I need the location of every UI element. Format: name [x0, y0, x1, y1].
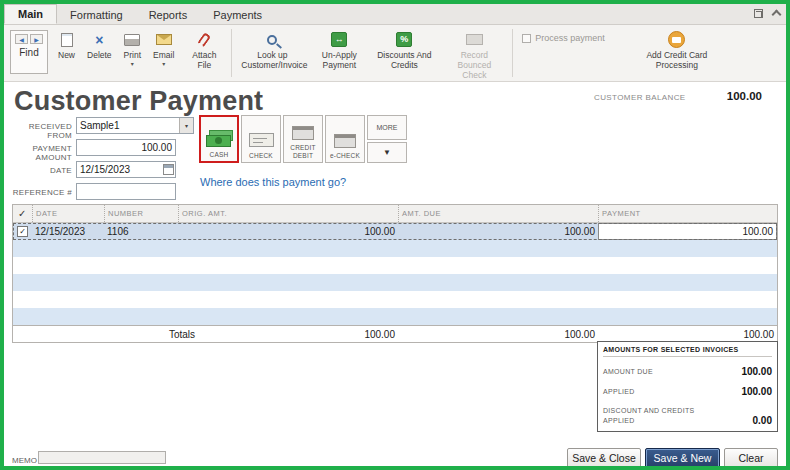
save-new-button[interactable]: Save & New [645, 448, 720, 466]
cell-date[interactable]: 12/15/2023 [32, 223, 104, 240]
collapse-ribbon-icon[interactable] [772, 10, 782, 20]
tab-reports[interactable]: Reports [136, 6, 201, 24]
customer-balance-value: 100.00 [727, 90, 762, 102]
payment-method-group: CASH CHECK CREDIT DEBIT e-CHECK MORE ▼ [199, 115, 407, 163]
memo-input[interactable] [38, 451, 166, 464]
reference-input[interactable] [76, 183, 176, 200]
discounts-credits-button[interactable]: % Discounts And Credits [369, 27, 439, 70]
summary-title: AMOUNTS FOR SELECTED INVOICES [603, 346, 772, 357]
email-button[interactable]: Email ▾ [147, 27, 180, 68]
save-close-button[interactable]: Save & Close [567, 448, 641, 466]
table-row-empty[interactable] [13, 291, 777, 308]
where-payment-go-link[interactable]: Where does this payment go? [200, 176, 346, 188]
table-row-empty[interactable] [13, 257, 777, 274]
amount-due-value: 100.00 [741, 366, 772, 377]
find-next-icon[interactable]: ▶ [30, 34, 43, 44]
customer-balance-label: CUSTOMER BALANCE [594, 93, 686, 102]
print-dropdown-icon[interactable]: ▾ [131, 61, 134, 68]
customer-payment-window: Main Formatting Reports Payments ◀ ▶ Fin… [4, 4, 786, 466]
header-amt-due: AMT. DUE [398, 205, 598, 222]
cell-payment[interactable]: 100.00 [598, 223, 777, 240]
table-row-empty[interactable] [13, 274, 777, 291]
find-button[interactable]: ◀ ▶ Find [10, 30, 48, 74]
delete-x-icon: × [95, 33, 103, 47]
totals-label: Totals [13, 326, 198, 342]
row-checkbox[interactable]: ✓ [17, 226, 28, 237]
customer-balance: CUSTOMER BALANCE 100.00 [594, 90, 762, 102]
process-payment-checkbox-row[interactable]: Process payment [522, 33, 605, 43]
header-orig-amt: ORIG. AMT. [178, 205, 398, 222]
attach-file-button[interactable]: Attach File [180, 27, 228, 70]
reference-label: REFERENCE # [8, 188, 72, 197]
payment-method-more[interactable]: MORE [367, 115, 407, 140]
lookup-customer-invoice-button[interactable]: Look up Customer/Invoice [235, 27, 309, 70]
process-payment-label: Process payment [535, 33, 605, 43]
applied-label: APPLIED [603, 387, 635, 397]
tab-formatting[interactable]: Formatting [57, 6, 136, 24]
bounced-check-icon [466, 34, 483, 45]
calendar-icon[interactable] [163, 164, 174, 175]
table-row-empty[interactable] [13, 240, 777, 257]
check-icon [249, 133, 274, 147]
applied-value: 100.00 [741, 386, 772, 397]
expand-window-icon[interactable] [754, 9, 763, 18]
email-dropdown-icon[interactable]: ▾ [162, 61, 165, 68]
memo-label: MEMO [12, 456, 37, 465]
credit-card-processing-icon [668, 31, 685, 48]
payment-method-more-group: MORE ▼ [367, 115, 407, 163]
new-button[interactable]: New [52, 27, 81, 60]
echeck-icon [334, 134, 356, 148]
discount-credits-value: 0.00 [753, 415, 772, 426]
unapply-payment-button[interactable]: ↔ Un-Apply Payment [309, 27, 369, 70]
date-input[interactable]: 12/15/2023 [76, 161, 176, 178]
payment-method-cash[interactable]: CASH [199, 115, 239, 163]
find-previous-icon[interactable]: ◀ [15, 34, 28, 44]
toolbar-separator [231, 29, 232, 77]
find-label: Find [19, 47, 38, 58]
toolbar-separator [512, 29, 513, 77]
cell-amt-due[interactable]: 100.00 [398, 223, 598, 240]
more-dropdown-icon[interactable]: ▼ [367, 142, 407, 163]
received-from-label: RECEIVED FROM [8, 122, 72, 140]
header-payment: PAYMENT [598, 205, 777, 222]
cell-number[interactable]: 1106 [104, 223, 178, 240]
process-payment-checkbox[interactable] [522, 34, 531, 43]
window-frame: Main Formatting Reports Payments ◀ ▶ Fin… [0, 0, 790, 470]
table-header-row: ✓ DATE NUMBER ORIG. AMT. AMT. DUE PAYMEN… [13, 205, 777, 223]
cash-icon [206, 130, 233, 147]
print-button[interactable]: Print ▾ [118, 27, 147, 68]
payment-amount-input[interactable]: 100.00 [76, 139, 176, 156]
header-date: DATE [32, 205, 104, 222]
cell-orig-amt[interactable]: 100.00 [178, 223, 398, 240]
page-title: Customer Payment [14, 86, 263, 117]
payment-method-echeck[interactable]: e-CHECK [325, 115, 365, 163]
discount-credits-label: DISCOUNT AND CREDITS APPLIED [603, 406, 703, 426]
magnifier-icon [267, 35, 277, 45]
totals-amt-due: 100.00 [398, 326, 598, 342]
record-bounced-check-button: Record Bounced Check [439, 27, 509, 81]
unapply-payment-icon: ↔ [331, 32, 347, 47]
payment-method-check[interactable]: CHECK [241, 115, 281, 163]
date-label: DATE [8, 166, 72, 175]
payment-method-credit-debit[interactable]: CREDIT DEBIT [283, 115, 323, 163]
clear-button[interactable]: Clear [724, 448, 778, 466]
paperclip-icon [197, 31, 212, 47]
add-credit-card-processing-button[interactable]: Add Credit Card Processing [631, 27, 723, 70]
received-from-select[interactable]: Sample1 ▾ [76, 117, 194, 134]
tab-main[interactable]: Main [4, 4, 57, 24]
new-document-icon [61, 33, 73, 47]
amounts-summary-panel: AMOUNTS FOR SELECTED INVOICES AMOUNT DUE… [597, 341, 778, 432]
table-row[interactable]: ✓ 12/15/2023 1106 100.00 100.00 100.00 [13, 223, 777, 240]
received-from-dropdown-icon[interactable]: ▾ [179, 118, 193, 133]
ribbon-toolbar: ◀ ▶ Find New × Delete Print ▾ Email [4, 25, 786, 82]
amount-due-label: AMOUNT DUE [603, 367, 653, 377]
invoice-table: ✓ DATE NUMBER ORIG. AMT. AMT. DUE PAYMEN… [12, 204, 778, 343]
tab-payments[interactable]: Payments [200, 6, 275, 24]
discounts-credits-icon: % [396, 32, 412, 47]
delete-button[interactable]: × Delete [81, 27, 118, 60]
totals-row: Totals 100.00 100.00 100.00 [13, 325, 777, 342]
printer-icon [124, 34, 140, 46]
header-number: NUMBER [104, 205, 178, 222]
table-row-empty[interactable] [13, 308, 777, 325]
totals-orig-amt: 100.00 [198, 326, 398, 342]
